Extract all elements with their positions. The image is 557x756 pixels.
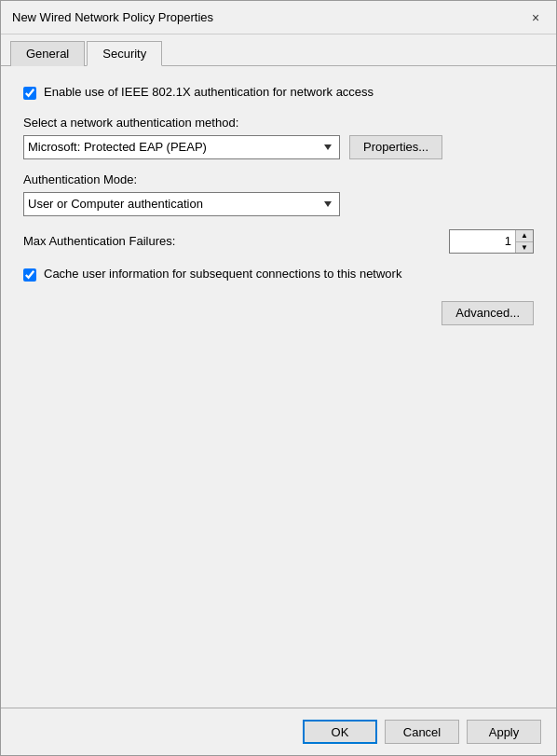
ieee-enable-label: Enable use of IEEE 802.1X authentication… <box>44 85 374 101</box>
auth-mode-row: User or Computer authentication Computer… <box>23 192 534 216</box>
cancel-button[interactable]: Cancel <box>385 720 459 744</box>
title-bar: New Wired Network Policy Properties × <box>1 1 556 34</box>
ok-button[interactable]: OK <box>303 720 377 744</box>
cache-checkbox-row: Cache user information for subsequent co… <box>23 267 534 282</box>
cache-label: Cache user information for subsequent co… <box>44 267 401 282</box>
content-area: Enable use of IEEE 802.1X authentication… <box>1 66 556 708</box>
spinner-down-button[interactable]: ▼ <box>516 241 533 253</box>
dialog-footer: OK Cancel Apply <box>1 708 556 755</box>
ieee-enable-checkbox[interactable] <box>23 87 36 100</box>
max-failures-row: Max Authentication Failures: 1 ▲ ▼ <box>23 229 534 254</box>
dialog-window: New Wired Network Policy Properties × Ge… <box>0 0 557 756</box>
spinner-buttons: ▲ ▼ <box>515 230 533 253</box>
spinner-up-button[interactable]: ▲ <box>516 230 533 241</box>
advanced-row: Advanced... <box>23 301 534 325</box>
tab-general[interactable]: General <box>10 41 85 66</box>
properties-button[interactable]: Properties... <box>349 135 442 159</box>
auth-method-select[interactable]: Microsoft: Protected EAP (PEAP) Microsof… <box>23 135 340 159</box>
cache-checkbox[interactable] <box>23 268 36 282</box>
auth-mode-select[interactable]: User or Computer authentication Computer… <box>23 192 340 216</box>
advanced-button[interactable]: Advanced... <box>442 301 534 325</box>
dialog-title: New Wired Network Policy Properties <box>12 10 213 24</box>
tabs-area: General Security <box>1 34 556 66</box>
auth-mode-label: Authentication Mode: <box>23 172 534 186</box>
auth-method-label: Select a network authentication method: <box>23 116 534 130</box>
max-failures-label: Max Authentication Failures: <box>23 234 175 248</box>
tab-security[interactable]: Security <box>87 41 162 66</box>
auth-method-row: Microsoft: Protected EAP (PEAP) Microsof… <box>23 135 534 159</box>
apply-button[interactable]: Apply <box>467 720 541 744</box>
max-failures-spinner: 1 ▲ ▼ <box>449 229 534 254</box>
ieee-enable-row: Enable use of IEEE 802.1X authentication… <box>23 85 534 101</box>
close-button[interactable]: × <box>526 8 545 27</box>
max-failures-input[interactable]: 1 <box>450 230 515 253</box>
